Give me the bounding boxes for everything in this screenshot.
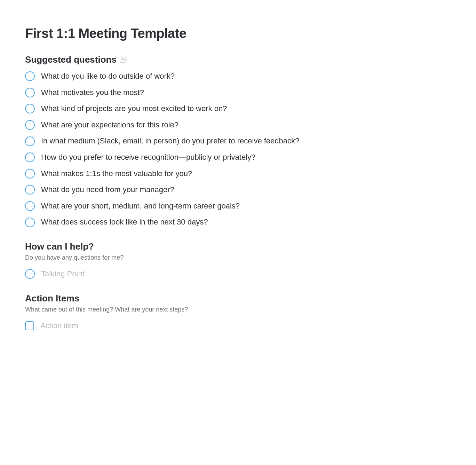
question-item: What are your expectations for this role… [25, 120, 451, 130]
action-item-placeholder[interactable]: Action item [40, 321, 78, 331]
question-text[interactable]: What do you like to do outside of work? [41, 71, 175, 81]
question-item: What do you like to do outside of work? [25, 71, 451, 81]
radio-icon[interactable] [25, 88, 35, 97]
question-item: In what medium (Slack, email, in person)… [25, 136, 451, 146]
how-can-i-help-subtext: Do you have any questions for me? [25, 254, 451, 261]
radio-icon[interactable] [25, 218, 35, 227]
action-items-heading: Action Items [25, 293, 451, 304]
talking-point-row: Talking Point [25, 269, 451, 279]
svg-point-2 [124, 59, 125, 60]
radio-icon[interactable] [25, 169, 35, 179]
svg-point-1 [123, 59, 124, 60]
radio-icon[interactable] [25, 104, 35, 113]
question-text[interactable]: In what medium (Slack, email, in person)… [41, 136, 299, 146]
question-text[interactable]: What does success look like in the next … [41, 217, 208, 227]
radio-icon[interactable] [25, 152, 35, 162]
radio-icon[interactable] [25, 269, 35, 279]
question-text[interactable]: What are your short, medium, and long-te… [41, 201, 240, 211]
question-text[interactable]: What are your expectations for this role… [41, 120, 178, 130]
question-item: What are your short, medium, and long-te… [25, 201, 451, 211]
action-items-subtext: What came out of this meeting? What are … [25, 306, 451, 313]
radio-icon[interactable] [25, 120, 35, 130]
svg-point-0 [122, 59, 122, 60]
talking-point-placeholder[interactable]: Talking Point [41, 269, 85, 279]
question-item: What motivates you the most? [25, 88, 451, 98]
question-item: How do you prefer to receive recognition… [25, 152, 451, 163]
suggested-questions-heading-text: Suggested questions [25, 54, 117, 65]
question-item: What makes 1:1s the most valuable for yo… [25, 169, 451, 179]
question-text[interactable]: How do you prefer to receive recognition… [41, 152, 255, 163]
question-text[interactable]: What kind of projects are you most excit… [41, 104, 227, 114]
question-item: What kind of projects are you most excit… [25, 104, 451, 114]
action-item-row: Action item [25, 321, 451, 331]
question-text[interactable]: What motivates you the most? [41, 88, 144, 98]
question-text[interactable]: What makes 1:1s the most valuable for yo… [41, 169, 192, 179]
radio-icon[interactable] [25, 201, 35, 211]
page-title: First 1:1 Meeting Template [25, 26, 451, 41]
speech-bubble-icon [119, 56, 128, 64]
radio-icon[interactable] [25, 71, 35, 81]
question-item: What do you need from your manager? [25, 185, 451, 195]
checkbox-icon[interactable] [25, 321, 34, 330]
suggested-questions-heading: Suggested questions [25, 54, 451, 65]
how-can-i-help-heading: How can I help? [25, 241, 451, 252]
suggested-questions-list: What do you like to do outside of work? … [25, 71, 451, 227]
question-item: What does success look like in the next … [25, 217, 451, 227]
radio-icon[interactable] [25, 185, 35, 195]
question-text[interactable]: What do you need from your manager? [41, 185, 174, 195]
radio-icon[interactable] [25, 136, 35, 146]
